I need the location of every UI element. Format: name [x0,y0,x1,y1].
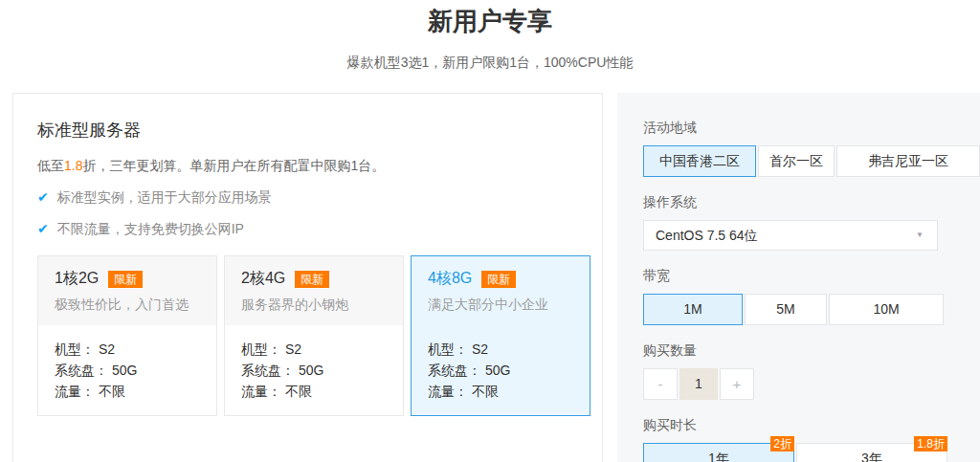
duration-tab-3year[interactable]: 3年 1.8折 [796,443,947,462]
feature-item-1: ✔标准型实例，适用于大部分应用场景 [37,189,590,207]
spec-system-disk: 系统盘：50G [428,360,573,381]
os-select[interactable]: CentOS 7.5 64位 ▼ [643,220,938,251]
plan-list: 1核2G限新 极致性价比，入门首选 机型：S2 系统盘：50G 流量：不限 2核… [37,255,590,416]
quantity-decrease-button[interactable]: - [643,368,678,400]
spec-traffic: 流量：不限 [428,381,573,402]
bandwidth-label: 带宽 [643,268,980,285]
check-icon: ✔ [37,189,49,205]
region-label: 活动地域 [643,120,980,137]
plan-name: 4核8G [428,270,472,286]
bandwidth-tab-10m[interactable]: 10M [829,294,944,325]
limit-new-badge: 限新 [481,271,516,288]
plan-name: 1核2G [55,270,99,286]
duration-tabs: 1年 2折 3年 1.8折 [643,443,980,462]
duration-label: 购买时长 [643,417,980,434]
feature-text: 标准型实例，适用于大部分应用场景 [57,189,272,205]
os-selected-value: CentOS 7.5 64位 [656,228,758,243]
feature-item-2: ✔不限流量，支持免费切换公网IP [37,221,590,238]
discount-badge: 2折 [770,436,794,451]
bandwidth-tabs: 1M 5M 10M [643,294,980,325]
plan-tagline: 服务器界的小钢炮 [241,297,387,314]
duration-tab-1year[interactable]: 1年 2折 [643,443,794,462]
plan-specs: 机型：S2 系统盘：50G 流量：不限 [412,325,590,415]
duration-option-text: 3年 [861,451,882,462]
check-icon: ✔ [37,221,49,236]
plan-name: 2核4G [241,270,285,286]
spec-traffic: 流量：不限 [241,381,387,402]
discount-badge: 1.8折 [914,436,947,451]
duration-option-text: 1年 [708,451,729,462]
section-title: 标准型服务器 [37,119,590,142]
hero-header: 新用户专享 爆款机型3选1，新用户限购1台，100%CPU性能 [0,0,980,72]
plan-card-4core8g[interactable]: 4核8G限新 满足大部分中小企业 机型：S2 系统盘：50G 流量：不限 [411,255,590,416]
promo-description: 低至1.8折，三年更划算。单新用户在所有配置中限购1台。 [37,158,590,175]
region-tab-seoul-1[interactable]: 首尔一区 [758,145,835,177]
plan-tagline: 极致性价比，入门首选 [55,297,200,314]
plan-card-2core4g[interactable]: 2核4G限新 服务器界的小钢炮 机型：S2 系统盘：50G 流量：不限 [224,255,404,416]
desc-discount-highlight: 1.8 [64,158,82,173]
feature-text: 不限流量，支持免费切换公网IP [57,221,244,236]
region-tab-hongkong-2[interactable]: 中国香港二区 [643,145,756,177]
limit-new-badge: 限新 [108,271,143,288]
quantity-increase-button[interactable]: + [720,368,754,400]
plan-specs: 机型：S2 系统盘：50G 流量：不限 [225,325,403,415]
plan-specs: 机型：S2 系统盘：50G 流量：不限 [38,325,216,415]
plan-head: 2核4G限新 服务器界的小钢炮 [225,256,403,325]
plan-head: 1核2G限新 极致性价比，入门首选 [38,256,216,325]
quantity-stepper: - 1 + [643,368,980,400]
desc-prefix: 低至 [37,158,64,173]
spec-machine-type: 机型：S2 [428,339,573,360]
standard-server-section: 标准型服务器 低至1.8折，三年更划算。单新用户在所有配置中限购1台。 ✔标准型… [12,93,603,462]
purchase-config-panel: 活动地域 中国香港二区 首尔一区 弗吉尼亚一区 操作系统 CentOS 7.5 … [617,93,980,462]
quantity-value[interactable]: 1 [679,368,718,400]
bandwidth-tab-5m[interactable]: 5M [745,294,827,325]
limit-new-badge: 限新 [295,271,329,288]
plan-head: 4核8G限新 满足大部分中小企业 [412,256,590,325]
page-title: 新用户专享 [0,6,980,36]
region-tab-virginia-1[interactable]: 弗吉尼亚一区 [836,145,980,177]
page-subtitle: 爆款机型3选1，新用户限购1台，100%CPU性能 [0,53,980,72]
quantity-label: 购买数量 [643,342,980,360]
spec-machine-type: 机型：S2 [55,339,200,360]
plan-card-1core2g[interactable]: 1核2G限新 极致性价比，入门首选 机型：S2 系统盘：50G 流量：不限 [37,255,217,416]
os-label: 操作系统 [643,194,980,211]
chevron-down-icon: ▼ [916,221,924,250]
bandwidth-tab-1m[interactable]: 1M [643,294,743,325]
spec-traffic: 流量：不限 [55,381,200,402]
desc-suffix: 折，三年更划算。单新用户在所有配置中限购1台。 [82,158,385,173]
spec-system-disk: 系统盘：50G [241,360,387,381]
main-content: 标准型服务器 低至1.8折，三年更划算。单新用户在所有配置中限购1台。 ✔标准型… [0,93,980,462]
region-tabs: 中国香港二区 首尔一区 弗吉尼亚一区 [643,145,980,177]
spec-machine-type: 机型：S2 [241,339,387,360]
plan-tagline: 满足大部分中小企业 [428,297,573,314]
spec-system-disk: 系统盘：50G [55,360,200,381]
